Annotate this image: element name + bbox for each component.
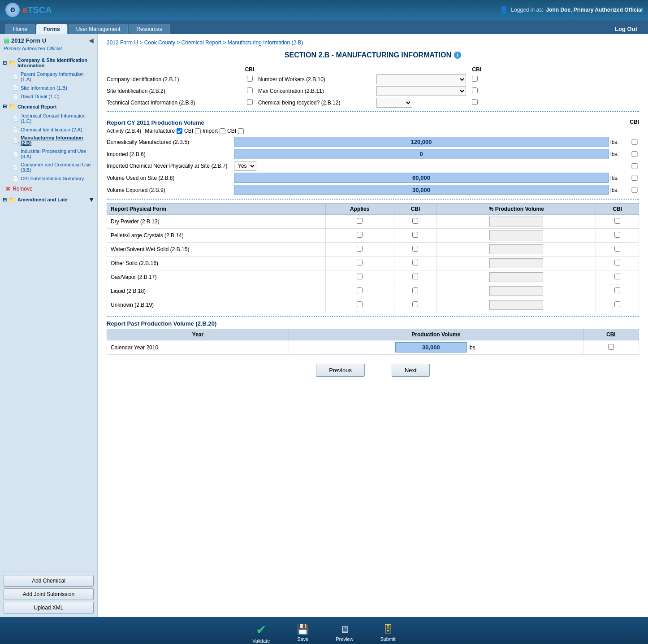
cbi-check-2b3[interactable]: [243, 99, 256, 106]
add-joint-submission-button[interactable]: Add Joint Submission: [4, 588, 94, 600]
cbi2-2b15[interactable]: [596, 243, 639, 257]
tree-group-company-header[interactable]: ⊟ 📁 Company & Site Identification Inform…: [0, 56, 97, 70]
applies-checkbox-2b15[interactable]: [357, 246, 363, 252]
cbi2-2b19[interactable]: [596, 298, 639, 312]
cbi-2b17[interactable]: [394, 270, 437, 284]
pct-input-2b15[interactable]: [489, 244, 543, 254]
cbi-checkbox-2b1[interactable]: [247, 76, 253, 82]
past-vol-2010[interactable]: lbs.: [289, 340, 583, 355]
pct-2b18[interactable]: [437, 284, 596, 298]
dropdown-2b12[interactable]: [376, 98, 466, 108]
input-2b6[interactable]: [234, 149, 609, 159]
cbi-check-2b11[interactable]: [468, 87, 481, 95]
cbi2-checkbox-2b18[interactable]: [614, 287, 620, 293]
cbi-checkbox-2b13[interactable]: [412, 218, 418, 224]
cbi-2b7-checkbox[interactable]: [630, 163, 639, 169]
pct-2b14[interactable]: [437, 229, 596, 243]
cbi-checkbox-2b14[interactable]: [412, 232, 418, 238]
cbi-check-2b2[interactable]: [243, 87, 256, 95]
cbi-2b6-checkbox[interactable]: [630, 151, 639, 157]
input-2b5[interactable]: [234, 137, 609, 147]
cbi-2b13[interactable]: [394, 215, 437, 229]
input-2b9[interactable]: [234, 185, 609, 195]
cbi-import-checkbox[interactable]: [238, 128, 244, 134]
applies-checkbox-2b17[interactable]: [357, 274, 363, 279]
cbi2-checkbox-2b15[interactable]: [614, 246, 620, 252]
cbi-checkbox-2b3[interactable]: [247, 99, 253, 105]
cbi2-2b18[interactable]: [596, 284, 639, 298]
cbi2-checkbox-2b19[interactable]: [614, 301, 620, 307]
applies-2b15[interactable]: [325, 243, 394, 257]
cbi-check-2b1[interactable]: [243, 76, 256, 83]
cbi-checkbox-2b19[interactable]: [412, 301, 418, 307]
select-2b10[interactable]: [376, 74, 466, 84]
cbi-2b19[interactable]: [394, 298, 437, 312]
cbi2-2b13[interactable]: [596, 215, 639, 229]
next-button[interactable]: Next: [392, 364, 430, 377]
applies-2b17[interactable]: [325, 270, 394, 284]
cbi-manufacture-checkbox[interactable]: [195, 128, 201, 134]
sidebar-item-cbi[interactable]: 📄 CBI Substantiation Summary: [0, 174, 97, 183]
applies-2b13[interactable]: [325, 215, 394, 229]
select-2b11[interactable]: [376, 86, 466, 96]
manufacture-checkbox[interactable]: [177, 128, 182, 134]
cbi2-2b16[interactable]: [596, 257, 639, 270]
applies-checkbox-2b14[interactable]: [357, 232, 363, 238]
input-2b8[interactable]: [234, 173, 609, 183]
applies-checkbox-2b16[interactable]: [357, 260, 363, 265]
cbi-2b14[interactable]: [394, 229, 437, 243]
info-icon[interactable]: i: [454, 52, 461, 59]
cbi2-checkbox-2b13[interactable]: [614, 218, 620, 224]
pct-input-2b13[interactable]: [489, 217, 543, 226]
validate-button[interactable]: ✔ Validate: [252, 622, 270, 644]
select-2b12[interactable]: [376, 98, 412, 108]
cbi-check-2b12[interactable]: [468, 99, 481, 106]
pct-input-2b16[interactable]: [489, 258, 543, 268]
cbi-checkbox-2b11[interactable]: [472, 87, 478, 93]
submit-button[interactable]: 🗄 Submit: [380, 624, 395, 642]
pct-2b17[interactable]: [437, 270, 596, 284]
sidebar-item-parent-company[interactable]: 📄 Parent Company Information (1.A): [0, 70, 97, 83]
sidebar-item-tech-contact[interactable]: 📄 Technical Contact Information (1.C): [0, 112, 97, 125]
sidebar-item-consumer[interactable]: 📄 Consumer and Commercial Use (3.B): [0, 161, 97, 174]
cbi2-checkbox-2b17[interactable]: [614, 274, 620, 279]
yes-dropdown-2b7[interactable]: Yes No: [234, 161, 609, 171]
applies-2b18[interactable]: [325, 284, 394, 298]
tab-forms[interactable]: Forms: [36, 24, 68, 34]
cbi-past-2010-checkbox[interactable]: [608, 344, 614, 350]
cbi-checkbox-2b10[interactable]: [472, 76, 478, 82]
applies-checkbox-2b19[interactable]: [357, 301, 363, 307]
tab-user-management[interactable]: User Management: [69, 24, 128, 34]
tab-home[interactable]: Home: [5, 24, 35, 34]
cbi-2b18[interactable]: [394, 284, 437, 298]
cbi-checkbox-2b16[interactable]: [412, 260, 418, 265]
sidebar-item-chem-id[interactable]: 📄 Chemical Identification (2.A): [0, 125, 97, 134]
input-past-2010[interactable]: [395, 342, 467, 352]
pct-input-2b18[interactable]: [489, 286, 543, 296]
pct-input-2b17[interactable]: [489, 272, 543, 282]
applies-2b19[interactable]: [325, 298, 394, 312]
cbi-checkbox-2b17[interactable]: [412, 274, 418, 279]
pct-2b15[interactable]: [437, 243, 596, 257]
cbi-checkbox-2b12[interactable]: [472, 99, 478, 105]
past-cbi-2010[interactable]: [583, 340, 639, 355]
applies-2b16[interactable]: [325, 257, 394, 270]
previous-button[interactable]: Previous: [316, 364, 365, 377]
select-2b7[interactable]: Yes No: [234, 161, 256, 171]
cbi-2b9-checkbox[interactable]: [630, 187, 639, 193]
sidebar-item-site-info[interactable]: 📄 Site Information (1.B): [0, 83, 97, 92]
cbi2-checkbox-2b14[interactable]: [614, 232, 620, 238]
preview-button[interactable]: 🖥 Preview: [336, 624, 353, 642]
sidebar-item-industrial[interactable]: 📄 Industrial Processing and Use (3.A): [0, 147, 97, 161]
upload-xml-button[interactable]: Upload XML: [4, 602, 94, 614]
cbi2-2b17[interactable]: [596, 270, 639, 284]
cbi-checkbox-2b2[interactable]: [247, 87, 253, 93]
cbi-checkbox-2b18[interactable]: [412, 287, 418, 293]
add-chemical-button[interactable]: Add Chemical: [4, 575, 94, 587]
applies-checkbox-2b18[interactable]: [357, 287, 363, 293]
cbi-2b15[interactable]: [394, 243, 437, 257]
dropdown-2b10[interactable]: [376, 74, 466, 84]
pct-input-2b19[interactable]: [489, 300, 543, 310]
dropdown-2b11[interactable]: [376, 86, 466, 96]
cbi-checkbox-2b15[interactable]: [412, 246, 418, 252]
